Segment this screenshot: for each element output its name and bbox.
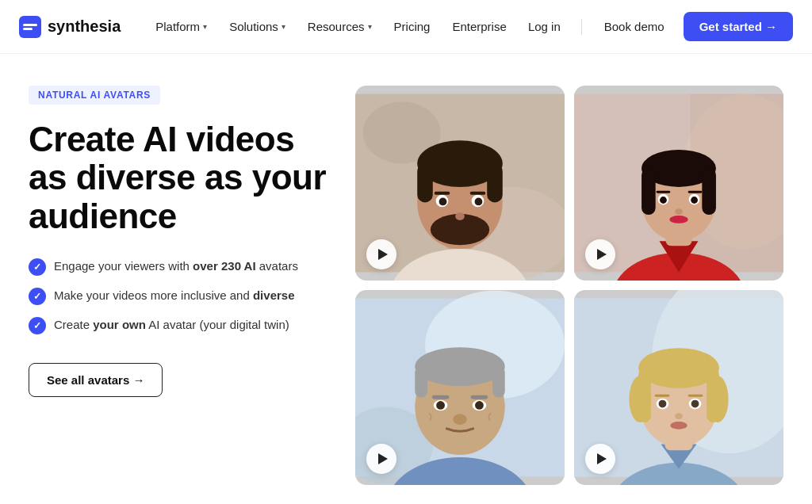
- svg-point-64: [629, 376, 650, 422]
- get-started-button[interactable]: Get started →: [684, 12, 793, 41]
- play-button-3[interactable]: [366, 444, 396, 474]
- svg-rect-17: [435, 192, 450, 195]
- nav-right: Log in Book demo Get started →: [517, 12, 793, 41]
- svg-rect-29: [702, 168, 716, 215]
- bullet-1: Engage your viewers with over 230 AI ava…: [29, 258, 330, 276]
- nav-pricing[interactable]: Pricing: [385, 13, 440, 40]
- svg-point-53: [453, 414, 467, 425]
- hero-bullets: Engage your viewers with over 230 AI ava…: [29, 258, 330, 334]
- chevron-down-icon: ▾: [368, 22, 372, 31]
- svg-rect-28: [642, 168, 656, 215]
- svg-point-65: [707, 376, 728, 422]
- svg-rect-45: [415, 367, 427, 398]
- svg-point-32: [660, 197, 667, 204]
- svg-point-73: [670, 422, 688, 430]
- bullet-text-3: Create your own AI avatar (your digital …: [54, 316, 289, 333]
- video-thumb-1[interactable]: [355, 86, 565, 281]
- book-demo-button[interactable]: Book demo: [592, 13, 677, 40]
- svg-rect-11: [487, 164, 503, 203]
- nav-divider: [581, 19, 582, 35]
- logo[interactable]: synthesia: [19, 16, 121, 38]
- svg-point-19: [455, 212, 465, 220]
- svg-rect-18: [470, 192, 486, 195]
- svg-point-68: [659, 400, 667, 408]
- svg-point-37: [675, 208, 683, 215]
- svg-point-33: [691, 197, 698, 204]
- svg-rect-51: [432, 395, 450, 399]
- svg-rect-0: [19, 16, 41, 38]
- hero-title: Create AI videos as diverse as your audi…: [29, 120, 330, 235]
- video-thumb-2[interactable]: [574, 86, 783, 281]
- svg-rect-70: [655, 395, 670, 397]
- svg-point-15: [439, 198, 447, 206]
- synthesia-logo-icon: [19, 16, 41, 38]
- nav-links: Platform ▾ Solutions ▾ Resources ▾ Prici…: [146, 13, 517, 40]
- bullet-text-1: Engage your viewers with over 230 AI ava…: [54, 258, 298, 274]
- nav-platform[interactable]: Platform ▾: [146, 13, 216, 40]
- svg-point-44: [415, 347, 504, 386]
- svg-point-72: [675, 413, 683, 419]
- svg-point-50: [475, 401, 484, 410]
- svg-rect-71: [688, 395, 703, 397]
- hero-badge: NATURAL AI AVATARS: [29, 86, 160, 105]
- play-button-2[interactable]: [585, 239, 615, 269]
- logo-text: synthesia: [48, 17, 121, 36]
- check-icon-1: [29, 258, 46, 276]
- bullet-text-2: Make your videos more inclusive and dive…: [54, 287, 295, 304]
- nav-resources[interactable]: Resources ▾: [298, 13, 381, 40]
- svg-point-49: [436, 401, 445, 410]
- nav-enterprise[interactable]: Enterprise: [442, 13, 515, 40]
- svg-point-16: [475, 198, 483, 206]
- svg-point-69: [691, 400, 699, 408]
- svg-rect-35: [688, 191, 703, 193]
- login-button[interactable]: Log in: [517, 13, 572, 40]
- svg-rect-46: [492, 367, 505, 398]
- bullet-3: Create your own AI avatar (your digital …: [29, 316, 330, 334]
- svg-rect-34: [657, 191, 671, 193]
- svg-rect-10: [417, 164, 433, 203]
- chevron-down-icon: ▾: [203, 22, 207, 31]
- video-thumb-4[interactable]: [574, 290, 783, 485]
- hero-section: NATURAL AI AVATARS Create AI videos as d…: [0, 54, 812, 504]
- check-icon-2: [29, 288, 46, 305]
- chevron-down-icon: ▾: [282, 22, 285, 31]
- see-all-avatars-button[interactable]: See all avatars →: [29, 363, 163, 397]
- hero-left: NATURAL AI AVATARS Create AI videos as d…: [29, 86, 330, 485]
- svg-rect-52: [471, 395, 488, 399]
- play-button-4[interactable]: [585, 444, 615, 474]
- check-icon-3: [29, 317, 46, 334]
- svg-rect-1: [23, 24, 37, 26]
- svg-point-36: [669, 216, 688, 223]
- svg-rect-2: [23, 28, 33, 30]
- play-button-1[interactable]: [366, 239, 396, 269]
- bullet-2: Make your videos more inclusive and dive…: [29, 287, 330, 305]
- video-grid: [355, 86, 783, 485]
- video-thumb-3[interactable]: [355, 290, 565, 485]
- navbar: synthesia Platform ▾ Solutions ▾ Resourc…: [0, 0, 812, 54]
- nav-solutions[interactable]: Solutions ▾: [220, 13, 295, 40]
